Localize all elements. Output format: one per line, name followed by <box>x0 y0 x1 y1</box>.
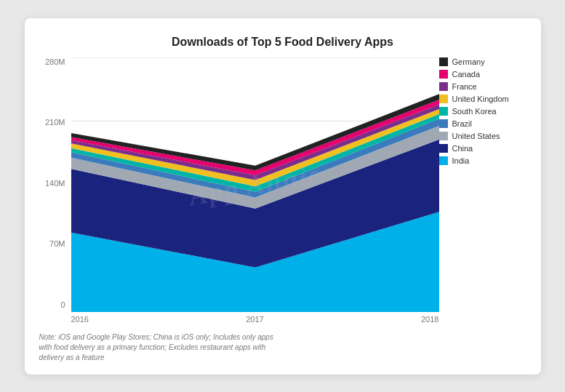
legend-label: China <box>452 144 473 153</box>
legend-label: France <box>452 82 477 91</box>
chart-card: Downloads of Top 5 Food Delivery Apps 28… <box>25 18 541 375</box>
legend-item: India <box>439 156 526 165</box>
legend-swatch <box>439 95 448 103</box>
legend-swatch <box>439 144 448 153</box>
x-axis-label: 2016 <box>71 315 89 327</box>
legend-swatch <box>439 107 448 116</box>
x-axis-label: 2018 <box>421 315 438 327</box>
legend-swatch <box>439 82 448 91</box>
y-axis-label: 70M <box>49 239 65 248</box>
chart-title: Downloads of Top 5 Food Delivery Apps <box>39 36 526 49</box>
legend-item: France <box>439 82 526 91</box>
legend-item: Canada <box>439 70 526 79</box>
y-axis-label: 280M <box>45 57 65 66</box>
y-axis: 280M210M140M70M0 <box>39 57 71 327</box>
chart-area: 280M210M140M70M0 App Annie <box>39 57 526 327</box>
legend-item: United States <box>439 132 526 140</box>
legend-item: Brazil <box>439 119 526 128</box>
legend-swatch <box>439 70 448 79</box>
legend-note-row: Note: iOS and Google Play Stores; China … <box>39 332 526 363</box>
legend-item: South Korea <box>439 107 526 116</box>
x-axis: 201620172018 <box>71 312 439 327</box>
legend-item: United Kingdom <box>439 95 526 103</box>
legend-label: South Korea <box>452 107 497 116</box>
legend-item: Germany <box>439 57 526 66</box>
legend-label: United States <box>452 132 500 140</box>
legend-label: Germany <box>452 57 485 66</box>
y-axis-label: 140M <box>45 179 65 188</box>
stacked-area-chart <box>71 57 439 312</box>
legend-swatch <box>439 132 448 140</box>
y-axis-label: 210M <box>45 118 65 127</box>
legend-label: Brazil <box>452 119 473 128</box>
y-axis-label: 0 <box>60 300 65 309</box>
chart-canvas: App Annie <box>71 57 439 312</box>
legend-label: Canada <box>452 70 481 79</box>
chart-body: App Annie <box>71 57 439 327</box>
x-axis-label: 2017 <box>246 315 263 327</box>
legend-swatch <box>439 156 448 165</box>
legend-item: China <box>439 144 526 153</box>
chart-note: Note: iOS and Google Play Stores; China … <box>39 332 286 363</box>
legend-swatch <box>439 57 448 66</box>
legend-swatch <box>439 119 448 128</box>
legend-label: India <box>452 156 470 165</box>
legend-label: United Kingdom <box>452 95 509 103</box>
legend: GermanyCanadaFranceUnited KingdomSouth K… <box>439 57 526 327</box>
